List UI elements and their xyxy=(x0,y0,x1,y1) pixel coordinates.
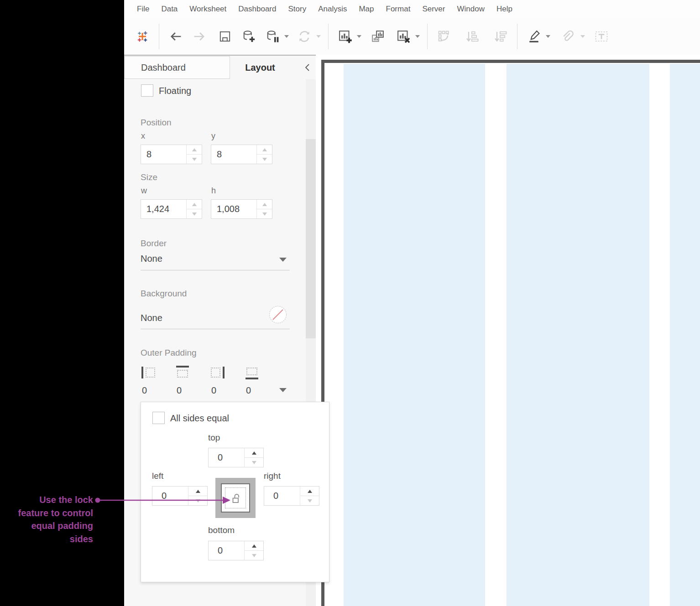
canvas-column[interactable] xyxy=(507,64,649,606)
canvas-column[interactable] xyxy=(670,64,700,606)
tab-dashboard[interactable]: Dashboard xyxy=(124,56,230,79)
paperclip-dropdown[interactable] xyxy=(580,26,586,47)
outer-padding-popup: All sides equal top 0 left 0 right 0 xyxy=(141,402,329,582)
size-w-value[interactable]: 1,424 xyxy=(141,200,186,218)
new-worksheet-icon[interactable] xyxy=(335,26,355,47)
outer-padding-label: Outer Padding xyxy=(141,348,197,358)
chevron-down-icon[interactable] xyxy=(279,258,287,262)
tableau-window: File Data Worksheet Dashboard Story Anal… xyxy=(0,0,700,606)
size-h-spinner[interactable]: 1,008 xyxy=(211,199,272,219)
undo-icon[interactable] xyxy=(166,26,186,47)
bottom-label: bottom xyxy=(208,525,235,535)
sidebar-scrollbar-thumb[interactable] xyxy=(306,139,316,338)
refresh-icon[interactable] xyxy=(294,26,314,47)
dashboard-canvas xyxy=(316,55,700,606)
annotation-line: equal padding xyxy=(0,519,93,533)
sort-ascending-icon[interactable] xyxy=(462,26,482,47)
swap-rows-columns-icon[interactable] xyxy=(434,26,454,47)
menu-worksheet[interactable]: Worksheet xyxy=(183,5,232,14)
all-sides-equal-checkbox[interactable] xyxy=(152,412,165,424)
spinner-up-icon[interactable] xyxy=(300,487,319,496)
menu-file[interactable]: File xyxy=(131,5,155,14)
pause-auto-updates-icon[interactable] xyxy=(262,26,282,47)
menu-server[interactable]: Server xyxy=(416,5,451,14)
clear-sheet-icon[interactable] xyxy=(393,26,413,47)
position-y-spinner[interactable]: 8 xyxy=(211,145,272,164)
floating-label: Floating xyxy=(159,86,191,96)
redo-icon[interactable] xyxy=(189,26,209,47)
left-spinner[interactable]: 0 xyxy=(152,486,208,506)
canvas-border-top xyxy=(321,60,700,63)
annotation-line: feature to control xyxy=(0,507,93,520)
size-w-label: w xyxy=(141,186,147,196)
spinner-down-icon[interactable] xyxy=(245,458,263,467)
border-dropdown-value[interactable]: None xyxy=(141,254,162,264)
new-worksheet-dropdown[interactable] xyxy=(356,26,362,47)
spinner-up-icon[interactable] xyxy=(257,200,272,209)
size-h-label: h xyxy=(211,186,216,196)
highlight-pen-icon[interactable] xyxy=(524,26,544,47)
duplicate-sheet-icon[interactable] xyxy=(368,26,388,47)
spinner-up-icon[interactable] xyxy=(245,448,263,458)
padding-top-icon xyxy=(176,366,190,379)
spinner-up-icon[interactable] xyxy=(187,145,202,155)
menu-map[interactable]: Map xyxy=(353,5,380,14)
background-dropdown-value[interactable]: None xyxy=(141,313,162,323)
spinner-up-icon[interactable] xyxy=(245,541,263,551)
spinner-down-icon[interactable] xyxy=(300,496,319,505)
position-label: Position xyxy=(141,118,172,128)
clear-sheet-dropdown[interactable] xyxy=(414,26,421,47)
divider xyxy=(141,270,290,270)
text-label-icon[interactable] xyxy=(591,26,611,47)
paperclip-icon[interactable] xyxy=(557,26,577,47)
size-w-spinner[interactable]: 1,424 xyxy=(141,199,202,219)
top-value[interactable]: 0 xyxy=(209,448,244,467)
spinner-down-icon[interactable] xyxy=(245,551,263,560)
left-value[interactable]: 0 xyxy=(152,487,188,505)
padding-top-value: 0 xyxy=(177,385,182,396)
save-icon[interactable] xyxy=(215,26,235,47)
bottom-spinner[interactable]: 0 xyxy=(208,541,264,560)
padding-right-icon xyxy=(211,366,225,379)
tableau-logo-icon[interactable] xyxy=(132,26,152,47)
new-data-source-icon[interactable] xyxy=(239,26,259,47)
outer-padding-dropdown-icon[interactable] xyxy=(279,388,287,392)
spinner-up-icon[interactable] xyxy=(187,200,202,209)
spinner-up-icon[interactable] xyxy=(257,145,272,155)
menu-data[interactable]: Data xyxy=(155,5,183,14)
position-y-value[interactable]: 8 xyxy=(211,145,256,164)
menu-story[interactable]: Story xyxy=(282,5,312,14)
position-y-label: y xyxy=(211,131,215,141)
menu-dashboard[interactable]: Dashboard xyxy=(232,5,282,14)
lock-button-face[interactable] xyxy=(221,483,250,513)
position-x-value[interactable]: 8 xyxy=(141,145,186,164)
chevron-left-icon[interactable] xyxy=(301,61,313,74)
bottom-value[interactable]: 0 xyxy=(209,541,244,560)
tab-layout[interactable]: Layout xyxy=(240,56,281,79)
spinner-down-icon[interactable] xyxy=(187,209,202,218)
pause-auto-updates-dropdown[interactable] xyxy=(283,26,290,47)
sort-descending-icon[interactable] xyxy=(491,26,511,47)
menu-analysis[interactable]: Analysis xyxy=(312,5,353,14)
top-spinner[interactable]: 0 xyxy=(208,448,264,467)
highlight-dropdown[interactable] xyxy=(545,26,551,47)
menu-help[interactable]: Help xyxy=(491,5,518,14)
spinner-down-icon[interactable] xyxy=(188,496,207,505)
no-color-icon[interactable] xyxy=(269,306,287,326)
canvas-column[interactable] xyxy=(344,64,485,606)
size-h-value[interactable]: 1,008 xyxy=(211,200,256,218)
spinner-up-icon[interactable] xyxy=(188,487,207,496)
spinner-down-icon[interactable] xyxy=(187,155,202,164)
spinner-down-icon[interactable] xyxy=(257,155,272,164)
right-spinner[interactable]: 0 xyxy=(264,486,319,506)
refresh-dropdown[interactable] xyxy=(315,26,322,47)
position-x-spinner[interactable]: 8 xyxy=(141,145,202,164)
floating-checkbox[interactable] xyxy=(141,84,153,97)
menu-window[interactable]: Window xyxy=(451,5,490,14)
lock-button[interactable] xyxy=(215,478,256,518)
spinner-down-icon[interactable] xyxy=(257,209,272,218)
right-value[interactable]: 0 xyxy=(264,487,300,505)
menu-format[interactable]: Format xyxy=(380,5,417,14)
padding-bottom-icon xyxy=(246,366,259,379)
padding-left-value: 0 xyxy=(142,385,147,396)
